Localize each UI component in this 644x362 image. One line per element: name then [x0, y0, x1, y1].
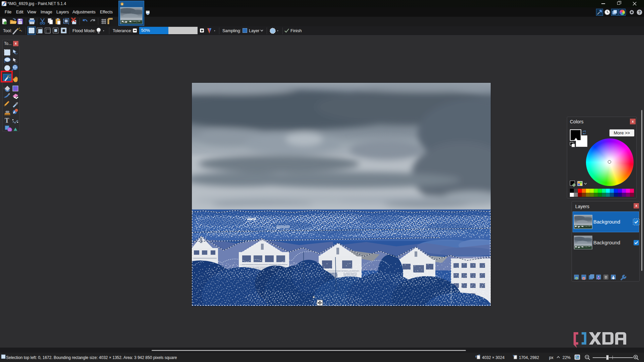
svg-text:?: ? [638, 10, 641, 15]
svg-text:T: T [5, 117, 9, 124]
